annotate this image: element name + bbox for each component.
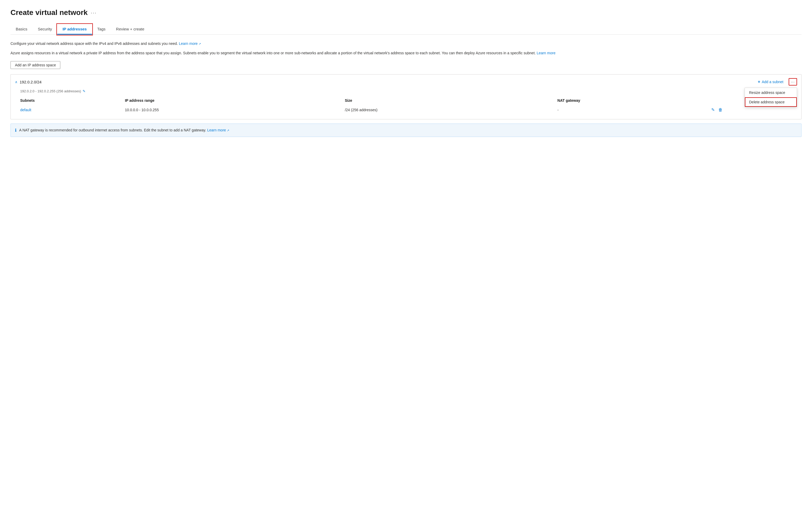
- description-secondary: Azure assigns resources in a virtual net…: [10, 50, 802, 56]
- page-header: Create virtual network ···: [10, 8, 802, 17]
- info-banner: ℹ A NAT gateway is recommended for outbo…: [10, 123, 802, 137]
- col-header-size: Size: [345, 96, 558, 105]
- address-space-more-button[interactable]: ···: [789, 78, 797, 86]
- tab-basics[interactable]: Basics: [10, 24, 32, 35]
- col-header-subnets: Subnets: [20, 96, 125, 105]
- address-space-card: ∧ 192.0.2.0/24 + Add a subnet ··· Resize…: [10, 74, 802, 119]
- card-header-left: ∧ 192.0.2.0/24: [15, 80, 41, 84]
- add-ip-address-space-button[interactable]: Add an IP address space: [10, 61, 60, 69]
- size-cell: /24 (256 addresses): [345, 105, 558, 115]
- subnet-name-link[interactable]: default: [20, 108, 31, 112]
- chevron-up-icon: ∧: [15, 80, 18, 84]
- edit-subnet-icon[interactable]: ✎: [711, 107, 715, 112]
- address-cidr: 192.0.2.0/24: [20, 80, 41, 84]
- tab-review-create[interactable]: Review + create: [111, 24, 149, 35]
- delete-address-space-item[interactable]: Delete address space: [745, 97, 797, 107]
- tab-tags[interactable]: Tags: [92, 24, 111, 35]
- col-header-nat: NAT gateway: [557, 96, 711, 105]
- learn-more-link-2[interactable]: Learn more: [536, 51, 555, 55]
- description-primary: Configure your virtual network address s…: [10, 41, 802, 47]
- edit-range-icon[interactable]: ✎: [83, 89, 86, 93]
- row-actions: ✎ 🗑: [711, 107, 794, 112]
- col-header-ip-range: IP address range: [125, 96, 345, 105]
- tab-bar: Basics Security IP addresses Tags Review…: [10, 24, 802, 35]
- subnet-name-cell: default: [20, 105, 125, 115]
- subnet-table-header: Subnets IP address range Size NAT gatewa…: [20, 96, 797, 105]
- learn-more-link-1[interactable]: Learn more: [179, 41, 201, 46]
- learn-more-link-banner[interactable]: Learn more: [207, 128, 229, 132]
- resize-address-space-item[interactable]: Resize address space: [745, 88, 797, 97]
- tab-security[interactable]: Security: [32, 24, 57, 35]
- info-banner-text: A NAT gateway is recommended for outboun…: [19, 127, 229, 133]
- delete-subnet-icon[interactable]: 🗑: [718, 108, 723, 112]
- add-subnet-button[interactable]: + Add a subnet: [756, 79, 785, 85]
- plus-icon: +: [758, 80, 760, 84]
- ip-range-cell: 10.0.0.0 - 10.0.0.255: [125, 105, 345, 115]
- address-range-info: 192.0.2.0 - 192.0.2.255 (256 addresses) …: [11, 89, 801, 96]
- add-subnet-label: Add a subnet: [762, 80, 783, 84]
- tab-ip-addresses[interactable]: IP addresses: [57, 24, 92, 35]
- info-icon: ℹ: [15, 128, 17, 133]
- card-header-right: + Add a subnet ··· Resize address space …: [756, 78, 797, 86]
- subnet-table-wrapper: Subnets IP address range Size NAT gatewa…: [11, 96, 801, 119]
- page-title: Create virtual network: [10, 8, 88, 17]
- subnet-table: Subnets IP address range Size NAT gatewa…: [20, 96, 797, 115]
- card-header: ∧ 192.0.2.0/24 + Add a subnet ··· Resize…: [11, 75, 801, 89]
- header-more-icon[interactable]: ···: [91, 10, 97, 16]
- table-row: default 10.0.0.0 - 10.0.0.255 /24 (256 a…: [20, 105, 797, 115]
- address-range-text: 192.0.2.0 - 192.0.2.255 (256 addresses): [20, 89, 81, 93]
- subnet-table-body: default 10.0.0.0 - 10.0.0.255 /24 (256 a…: [20, 105, 797, 115]
- nat-cell: -: [557, 105, 711, 115]
- address-space-dropdown: Resize address space Delete address spac…: [745, 88, 797, 107]
